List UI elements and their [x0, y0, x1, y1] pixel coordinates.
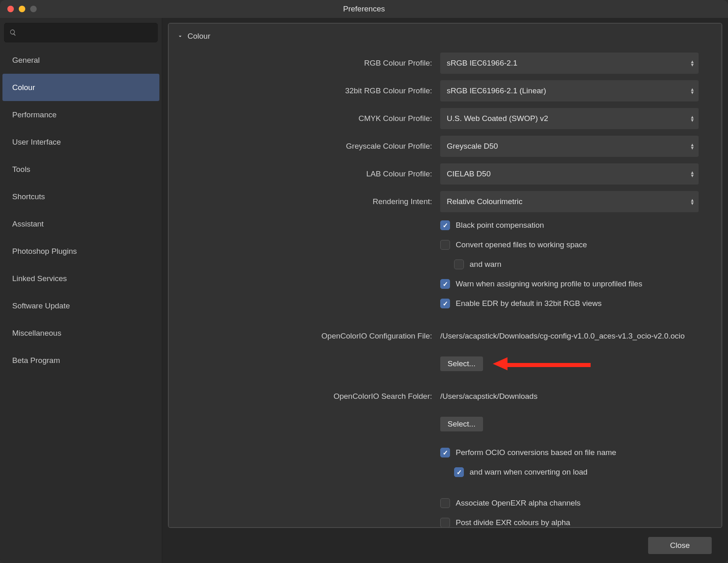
window-title: Preferences: [0, 4, 728, 13]
sidebar-item-miscellaneous[interactable]: Miscellaneous: [2, 319, 159, 347]
search-icon: [9, 29, 17, 36]
footer: Close: [168, 528, 722, 563]
minimize-window-button[interactable]: [19, 6, 25, 12]
sidebar-item-label: Beta Program: [12, 356, 60, 365]
close-button[interactable]: Close: [648, 537, 712, 554]
sidebar-item-assistant[interactable]: Assistant: [2, 210, 159, 238]
sidebar-item-label: Assistant: [12, 220, 44, 229]
label-rgb32-profile: 32bit RGB Colour Profile:: [177, 86, 434, 95]
ocio-config-path: /Users/acapstick/Downloads/cg-config-v1.…: [440, 332, 685, 341]
sidebar-item-performance[interactable]: Performance: [2, 101, 159, 128]
perform-ocio-checkbox[interactable]: [440, 448, 450, 457]
select-value: Relative Colourimetric: [447, 197, 523, 206]
stepper-icon: ▲▼: [690, 115, 695, 122]
label-cmyk-profile: CMYK Colour Profile:: [177, 114, 434, 123]
sidebar-item-general[interactable]: General: [2, 46, 159, 74]
associate-openexr-checkbox[interactable]: [440, 498, 450, 508]
sidebar-search[interactable]: [4, 23, 158, 42]
label-ocio-search: OpenColorIO Search Folder:: [177, 392, 434, 401]
ocio-search-select-button[interactable]: Select...: [440, 417, 483, 431]
enable-edr-checkbox[interactable]: [440, 299, 450, 308]
stepper-icon: ▲▼: [690, 198, 695, 205]
post-divide-exr-checkbox[interactable]: [440, 518, 450, 528]
and-warn-convert-checkbox[interactable]: [454, 260, 464, 269]
black-point-label: Black point compensation: [456, 221, 544, 230]
sidebar-item-label: Linked Services: [12, 274, 67, 283]
rgb-profile-select[interactable]: sRGB IEC61966-2.1 ▲▼: [440, 53, 699, 74]
sidebar-item-label: Colour: [12, 83, 35, 92]
convert-opened-label: Convert opened files to working space: [456, 240, 587, 249]
rgb32-profile-select[interactable]: sRGB IEC61966-2.1 (Linear) ▲▼: [440, 80, 699, 101]
label-lab-profile: LAB Colour Profile:: [177, 169, 434, 178]
label-rgb-profile: RGB Colour Profile:: [177, 59, 434, 68]
sidebar-item-beta-program[interactable]: Beta Program: [2, 347, 159, 374]
ocio-config-select-button[interactable]: Select...: [440, 356, 483, 371]
sidebar-item-photoshop-plugins[interactable]: Photoshop Plugins: [2, 238, 159, 265]
select-value: sRGB IEC61966-2.1 (Linear): [447, 86, 546, 95]
sidebar-item-tools[interactable]: Tools: [2, 156, 159, 183]
select-value: CIELAB D50: [447, 169, 491, 178]
sidebar-search-input[interactable]: [21, 29, 152, 37]
annotation-arrow: [493, 360, 591, 368]
select-value: sRGB IEC61966-2.1: [447, 59, 517, 68]
sidebar-item-label: Shortcuts: [12, 192, 45, 201]
sidebar-item-label: User Interface: [12, 138, 61, 147]
and-warn-convert-label: and warn: [470, 260, 501, 269]
sidebar-item-linked-services[interactable]: Linked Services: [2, 265, 159, 292]
sidebar-item-label: Tools: [12, 165, 30, 174]
lab-profile-select[interactable]: CIELAB D50 ▲▼: [440, 163, 699, 185]
stepper-icon: ▲▼: [690, 143, 695, 150]
sidebar-item-software-update[interactable]: Software Update: [2, 292, 159, 319]
colour-panel: Colour RGB Colour Profile: sRGB IEC61966…: [168, 23, 722, 528]
label-grey-profile: Greyscale Colour Profile:: [177, 142, 434, 151]
window-controls: [0, 6, 37, 12]
colour-form: RGB Colour Profile: sRGB IEC61966-2.1 ▲▼…: [177, 52, 699, 528]
window-body: General Colour Performance User Interfac…: [0, 18, 728, 563]
warn-assign-checkbox[interactable]: [440, 279, 450, 289]
sidebar: General Colour Performance User Interfac…: [0, 18, 162, 563]
preferences-window: Preferences General Colour Performance U…: [0, 0, 728, 563]
select-value: U.S. Web Coated (SWOP) v2: [447, 114, 548, 123]
chevron-down-icon: [177, 33, 183, 40]
warn-assign-label: Warn when assigning working profile to u…: [456, 279, 642, 288]
and-warn-ocio-label: and warn when converting on load: [470, 468, 587, 477]
black-point-checkbox[interactable]: [440, 220, 450, 230]
rendering-intent-select[interactable]: Relative Colourimetric ▲▼: [440, 191, 699, 212]
maximize-window-button[interactable]: [30, 6, 37, 12]
associate-openexr-label: Associate OpenEXR alpha channels: [456, 499, 580, 508]
sidebar-item-label: General: [12, 56, 40, 65]
sidebar-item-user-interface[interactable]: User Interface: [2, 128, 159, 156]
stepper-icon: ▲▼: [690, 60, 695, 66]
enable-edr-label: Enable EDR by default in 32bit RGB views: [456, 299, 602, 308]
close-window-button[interactable]: [7, 6, 14, 12]
ocio-search-path: /Users/acapstick/Downloads: [440, 392, 538, 401]
section-title: Colour: [188, 32, 210, 41]
titlebar: Preferences: [0, 0, 728, 18]
convert-opened-checkbox[interactable]: [440, 240, 450, 250]
section-header[interactable]: Colour: [177, 32, 713, 41]
sidebar-item-colour[interactable]: Colour: [2, 74, 159, 101]
sidebar-item-label: Performance: [12, 110, 57, 119]
sidebar-item-label: Photoshop Plugins: [12, 247, 77, 256]
sidebar-item-label: Miscellaneous: [12, 329, 61, 338]
perform-ocio-label: Perform OCIO conversions based on file n…: [456, 448, 616, 457]
cmyk-profile-select[interactable]: U.S. Web Coated (SWOP) v2 ▲▼: [440, 108, 699, 129]
select-value: Greyscale D50: [447, 142, 498, 151]
label-rendering-intent: Rendering Intent:: [177, 197, 434, 206]
post-divide-exr-label: Post divide EXR colours by alpha: [456, 518, 570, 527]
content-area: Colour RGB Colour Profile: sRGB IEC61966…: [162, 18, 728, 563]
sidebar-item-label: Software Update: [12, 301, 70, 310]
stepper-icon: ▲▼: [690, 88, 695, 94]
sidebar-list: General Colour Performance User Interfac…: [0, 46, 162, 374]
label-ocio-config: OpenColorIO Configuration File:: [177, 332, 434, 341]
grey-profile-select[interactable]: Greyscale D50 ▲▼: [440, 136, 699, 157]
stepper-icon: ▲▼: [690, 171, 695, 177]
sidebar-item-shortcuts[interactable]: Shortcuts: [2, 183, 159, 210]
and-warn-ocio-checkbox[interactable]: [454, 467, 464, 477]
